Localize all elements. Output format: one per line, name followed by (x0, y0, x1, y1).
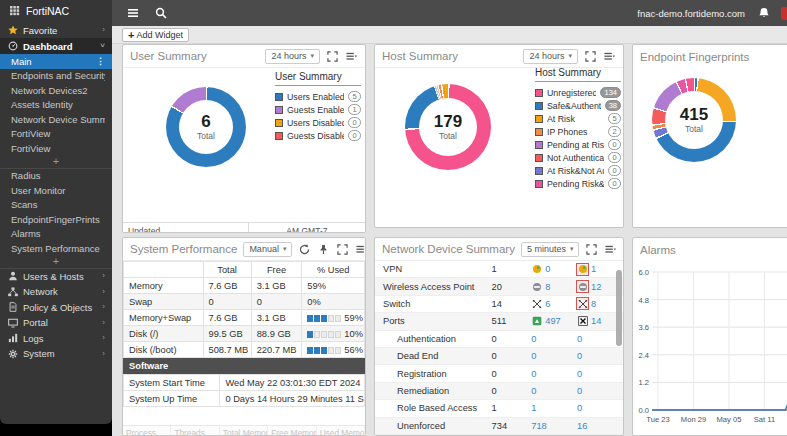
sidebar-item-logs[interactable]: Logs› (0, 331, 112, 347)
legend-item[interactable]: IP Phones2 (535, 125, 621, 138)
device-offline-count-link[interactable]: 0 (577, 351, 582, 361)
column-header[interactable]: Used Memory (317, 426, 365, 436)
sidebar-item-system-performance[interactable]: System Performance (0, 241, 112, 256)
x-axis-tick: Tue 23 (646, 415, 669, 424)
device-online-count-link[interactable]: 6 (545, 299, 550, 309)
sidebar-item-users-hosts[interactable]: Users & Hosts› (0, 269, 112, 285)
device-offline-count-link[interactable]: 16 (577, 421, 587, 431)
sidebar-item-portal[interactable]: Portal› (0, 315, 112, 331)
alarms-line-chart[interactable]: 0.01.22.43.64.86.0Tue 23Mon 29May 05Sat … (636, 260, 787, 434)
legend-item[interactable]: Users Enabled5 (275, 90, 361, 103)
sidebar-item-favorite[interactable]: Favorite› (0, 22, 112, 38)
refresh-mode-dropdown[interactable]: Manual▾ (243, 242, 292, 257)
sidebar-item-fortiview[interactable]: FortiView (0, 127, 112, 142)
sidebar-item-radius[interactable]: Radius (0, 169, 112, 184)
device-online-count-link[interactable]: 8 (545, 282, 550, 292)
widget-menu-icon[interactable] (603, 50, 616, 63)
sidebar-item-network-device-summary[interactable]: Network Device Summary (0, 112, 112, 127)
device-offline-count-link[interactable]: 8 (591, 299, 596, 309)
legend-label: Guests Disabled (287, 131, 344, 141)
expand-icon[interactable] (585, 243, 598, 256)
add-widget-label: Add Widget (136, 30, 183, 40)
metric-total: 508.7 MB (203, 342, 251, 358)
legend-item[interactable]: Pending at Risk0 (535, 138, 621, 151)
time-range-dropdown[interactable]: 24 hours▾ (523, 49, 578, 64)
system-performance-table: TotalFree% UsedMemory7.6 GB3.1 GB59%Swap… (123, 261, 365, 358)
device-offline-count-link[interactable]: 0 (577, 386, 582, 396)
device-offline-count-link[interactable]: 0 (577, 403, 582, 413)
device-offline-cell: 0 (577, 369, 623, 379)
expand-icon[interactable] (336, 243, 349, 256)
refresh-icon[interactable] (298, 243, 311, 256)
sidebar-item-user-monitor[interactable]: User Monitor (0, 183, 112, 198)
widget-menu-icon[interactable] (355, 243, 366, 256)
device-online-count-link[interactable]: 1 (531, 403, 536, 413)
sidebar-item-policy-objects[interactable]: Policy & Objects› (0, 300, 112, 316)
column-header[interactable]: Total Memory ▾ (220, 426, 268, 436)
device-row: Authentication000 (375, 331, 623, 348)
expand-icon[interactable] (584, 50, 597, 63)
item-options-icon[interactable]: ⋮ (96, 57, 105, 66)
sidebar-item-fortiview[interactable]: FortiView (0, 141, 112, 156)
column-header[interactable]: Threads (171, 426, 219, 436)
device-offline-count-link[interactable]: 14 (591, 316, 601, 326)
legend-item[interactable]: Guests Enabled1 (275, 103, 361, 116)
search-icon[interactable] (154, 6, 168, 20)
time-range-dropdown[interactable]: 24 hours▾ (265, 49, 320, 64)
column-header[interactable]: Process (123, 426, 171, 436)
device-offline-count-link[interactable]: 1 (591, 264, 596, 274)
sidebar-item-alarms[interactable]: Alarms (0, 227, 112, 242)
alert-indicator-partial[interactable] (781, 7, 787, 20)
sidebar-item-endpoints-and-security[interactable]: Endpoints and Security (0, 69, 112, 84)
legend-item[interactable]: Pending Risk&Not ...0 (535, 177, 621, 190)
notifications-bell-icon[interactable] (757, 6, 771, 20)
sidebar-item-endpointfingerprints[interactable]: EndpointFingerPrints (0, 212, 112, 227)
widget-menu-icon[interactable] (345, 50, 358, 63)
device-online-count-link[interactable]: 0 (531, 334, 536, 344)
sidebar-item-network-devices2[interactable]: Network Devices2 (0, 83, 112, 98)
device-online-count-link[interactable]: 0 (531, 369, 536, 379)
device-online-count-link[interactable]: 0 (531, 351, 536, 361)
device-offline-count-link[interactable]: 12 (591, 282, 601, 292)
device-online-count-link[interactable]: 0 (545, 264, 550, 274)
legend-item[interactable]: Unregistered Ho...134 (535, 86, 621, 99)
legend-item[interactable]: Safe&Authenticat...38 (535, 99, 621, 112)
menu-toggle-icon[interactable] (126, 6, 140, 20)
device-online-count-link[interactable]: 497 (545, 316, 561, 326)
legend-item[interactable]: At Risk&Not Auth0 (535, 164, 621, 177)
pin-icon[interactable] (317, 243, 330, 256)
table-header-row: TotalFree% Used (124, 262, 365, 278)
sidebar-add-item-button[interactable]: + (0, 256, 112, 269)
metric-total: 99.5 GB (203, 326, 251, 342)
sidebar-item-main[interactable]: Main⋮ (0, 54, 112, 69)
add-widget-button[interactable]: + Add Widget (122, 28, 189, 42)
device-online-count-link[interactable]: 0 (531, 386, 536, 396)
count-badge: 0 (348, 130, 361, 141)
legend-item[interactable]: Users Disabled0 (275, 116, 361, 129)
chevron-icon: ˅ (100, 42, 105, 50)
legend-label: Guests Enabled (287, 105, 344, 115)
column-header[interactable]: Free Memory (268, 426, 316, 436)
metric-free: 0 (251, 294, 302, 310)
device-online-count-link[interactable]: 718 (531, 421, 547, 431)
app-logo[interactable]: FortiNAC (0, 0, 112, 22)
sidebar-item-assets-identity[interactable]: Assets Identity (0, 98, 112, 113)
widget-menu-icon[interactable] (604, 243, 617, 256)
sidebar-item-dashboard[interactable]: Dashboard˅ (0, 38, 112, 54)
y-axis-tick: 0.0 (638, 406, 649, 415)
legend-item[interactable]: At Risk5 (535, 112, 621, 125)
time-range-dropdown[interactable]: 5 minutes▾ (521, 242, 580, 257)
device-label: Dead End (375, 351, 492, 361)
sidebar-item-scans[interactable]: Scans (0, 198, 112, 213)
scrollbar-thumb[interactable] (616, 270, 622, 346)
usage-bar-segment (335, 315, 341, 322)
device-offline-count-link[interactable]: 0 (577, 369, 582, 379)
legend-item[interactable]: Not Authenticated0 (535, 151, 621, 164)
expand-icon[interactable] (326, 50, 339, 63)
device-offline-count-link[interactable]: 0 (577, 334, 582, 344)
sidebar-item-network[interactable]: Network› (0, 284, 112, 300)
legend-item[interactable]: Guests Disabled0 (275, 129, 361, 142)
sidebar-item-system[interactable]: System› (0, 346, 112, 362)
sidebar-add-item-button[interactable]: + (0, 156, 112, 169)
device-label: Unenforced (375, 421, 492, 431)
